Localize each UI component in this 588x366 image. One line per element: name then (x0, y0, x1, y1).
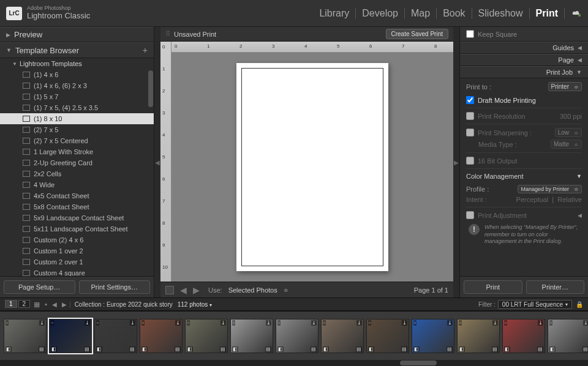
template-item[interactable]: (2) 7 x 5 Centered (0, 135, 154, 146)
chevron-down-icon[interactable]: ▼ (576, 173, 582, 179)
badge-icon: ▤ (492, 346, 498, 352)
module-book[interactable]: Book (437, 8, 472, 19)
template-item[interactable]: Custom 2 over 1 (0, 256, 154, 267)
prev-page-button[interactable]: ◀ (180, 285, 187, 295)
module-map[interactable]: Map (405, 8, 437, 19)
create-saved-print-button[interactable]: Create Saved Print (386, 29, 449, 39)
keep-square-checkbox[interactable] (466, 30, 474, 38)
thumbnail[interactable]: ▫⤓◧▤ (502, 319, 545, 353)
thumbnail[interactable]: ▫⤓◧▤ (457, 319, 500, 353)
template-item[interactable]: (1) 4 x 6, (6) 2 x 3 (0, 80, 154, 91)
next-page-button[interactable]: ▶ (193, 285, 200, 295)
module-library[interactable]: Library (313, 8, 356, 19)
cloud-sync-icon[interactable] (571, 9, 582, 18)
thumbnail[interactable]: ▫⤓◧▤ (412, 319, 454, 353)
template-item[interactable]: 5x11 Landscape Contact Sheet (0, 223, 154, 234)
thumbnail[interactable]: ▫⤓◧▤ (276, 319, 318, 353)
preview-title: Preview (14, 30, 42, 39)
template-item[interactable]: 5x8 Contact Sheet (0, 201, 154, 212)
module-develop[interactable]: Develop (356, 8, 405, 19)
collection-path[interactable]: Collection : Europe 2022 quick story (75, 301, 173, 308)
template-item[interactable]: Custom 1 over 2 (0, 245, 154, 256)
guides-section-header[interactable]: Guides◀ (460, 42, 588, 54)
right-collapse-handle[interactable]: ▶ (453, 27, 459, 297)
badge-icon: ⤓ (402, 320, 407, 326)
print-to-select[interactable]: Printer (548, 82, 582, 91)
thumbnail[interactable]: ▫⤓◧▤ (548, 319, 588, 353)
template-item[interactable]: 1 Large With Stroke (0, 146, 154, 157)
thumbnail[interactable]: ▫⤓◧▤•••• (49, 319, 92, 353)
info-note: ! When selecting "Managed By Printer", r… (466, 220, 582, 249)
thumbnail[interactable]: ▫⤓◧▤ (140, 319, 183, 353)
template-icon (23, 105, 30, 111)
add-template-icon[interactable]: + (143, 45, 148, 55)
thumbnail[interactable]: ▫⤓◧▤ (230, 319, 273, 353)
stop-nav-button[interactable] (165, 286, 174, 294)
template-item[interactable]: (2) 7 x 5 (0, 124, 154, 135)
template-icon (23, 237, 30, 243)
template-icon (23, 116, 30, 122)
filter-lock-icon[interactable]: 🔒 (576, 301, 583, 308)
template-browser-header[interactable]: ▼ Template Browser + (0, 42, 154, 58)
paper-area[interactable] (172, 53, 453, 282)
dropdown-icon[interactable]: ≑ (284, 287, 288, 293)
secondary-display-tab[interactable]: 2 (18, 300, 31, 308)
print-cell[interactable] (241, 68, 383, 266)
module-print[interactable]: Print (530, 8, 565, 19)
draft-mode-checkbox[interactable] (466, 96, 474, 104)
printer-button[interactable]: Printer… (526, 280, 585, 294)
badge-icon: ▤ (265, 346, 271, 352)
grip-icon: ⠿ (165, 30, 170, 38)
chevron-left-icon[interactable]: ◀ (578, 212, 582, 218)
thumbnail[interactable]: ▫⤓◧▤ (94, 319, 137, 353)
template-group[interactable]: ▼ Lightroom Templates (0, 58, 154, 69)
filter-select[interactable]: 00 LRT Full Sequence▾ (498, 300, 572, 309)
template-item[interactable]: (1) 8 x 10 (0, 113, 154, 124)
secondary-display-tab[interactable]: 1 (5, 300, 17, 308)
template-item[interactable]: (1) 4 x 6 (0, 69, 154, 80)
template-item[interactable]: 4x5 Contact Sheet (0, 190, 154, 201)
template-item[interactable]: 4 Wide (0, 179, 154, 190)
left-collapse-handle[interactable]: ◀ (154, 27, 160, 297)
print-job-body: Print to : Printer Draft Mode Printing P… (460, 78, 588, 252)
template-item[interactable]: Custom 4 square (0, 267, 154, 276)
info-text: When selecting "Managed By Printer", rem… (484, 224, 579, 245)
print-job-section-header[interactable]: Print Job▼ (460, 66, 588, 78)
app-title: Adobe Photoshop Lightroom Classic (27, 6, 90, 20)
badge-icon: ▤ (175, 346, 181, 352)
print-settings-button[interactable]: Print Settings… (79, 280, 151, 294)
thumbnail[interactable]: ▫⤓◧▤ (4, 319, 47, 353)
use-value[interactable]: Selected Photos (228, 286, 277, 294)
chevron-right-icon: ▶ (6, 32, 10, 38)
template-item[interactable]: (1) 5 x 7 (0, 91, 154, 102)
loupe-view-icon[interactable]: ▪ (45, 301, 47, 308)
template-item[interactable]: 5x9 Landscape Contact Sheet (0, 212, 154, 223)
print-to-label: Print to : (466, 83, 548, 91)
badge-icon: ◧ (368, 346, 374, 352)
profile-label: Profile : (466, 185, 518, 193)
sharpening-label: Print Sharpening : (478, 129, 555, 136)
filmstrip-prev[interactable]: ◀ (52, 301, 57, 308)
page-section-header[interactable]: Page◀ (460, 54, 588, 66)
grid-view-icon[interactable]: ▦ (34, 301, 40, 308)
module-slideshow[interactable]: Slideshow (472, 8, 530, 19)
template-item[interactable]: 2-Up Greeting Card (0, 157, 154, 168)
thumbnail[interactable]: ▫⤓◧▤ (321, 319, 364, 353)
profile-select[interactable]: Managed by Printer (518, 185, 582, 193)
keep-square-row[interactable]: Keep Square (460, 27, 588, 42)
filmstrip-next[interactable]: ▶ (62, 301, 67, 308)
template-item[interactable]: (1) 7 x 5, (4) 2.5 x 3.5 (0, 102, 154, 113)
photo-count[interactable]: 112 photos ▾ (178, 301, 212, 308)
app-header: LrC Adobe Photoshop Lightroom Classic Li… (0, 0, 588, 27)
thumbnail[interactable]: ▫⤓◧▤ (366, 319, 409, 353)
template-item[interactable]: Custom (2) 4 x 6 (0, 234, 154, 245)
template-item[interactable]: 2x2 Cells (0, 168, 154, 179)
filmstrip-scroll-thumb[interactable] (400, 360, 437, 365)
page-setup-button[interactable]: Page Setup… (4, 280, 75, 294)
filmstrip-scrollbar[interactable] (0, 360, 588, 366)
print-button[interactable]: Print (464, 280, 522, 294)
preview-panel-header[interactable]: ▶ Preview (0, 27, 154, 42)
print-resolution-label: Print Resolution (478, 113, 560, 120)
filmstrip[interactable]: ▫⤓◧▤▫⤓◧▤••••▫⤓◧▤▫⤓◧▤▫⤓◧▤▫⤓◧▤▫⤓◧▤▫⤓◧▤▫⤓◧▤… (0, 311, 588, 360)
thumbnail[interactable]: ▫⤓◧▤ (185, 319, 228, 353)
